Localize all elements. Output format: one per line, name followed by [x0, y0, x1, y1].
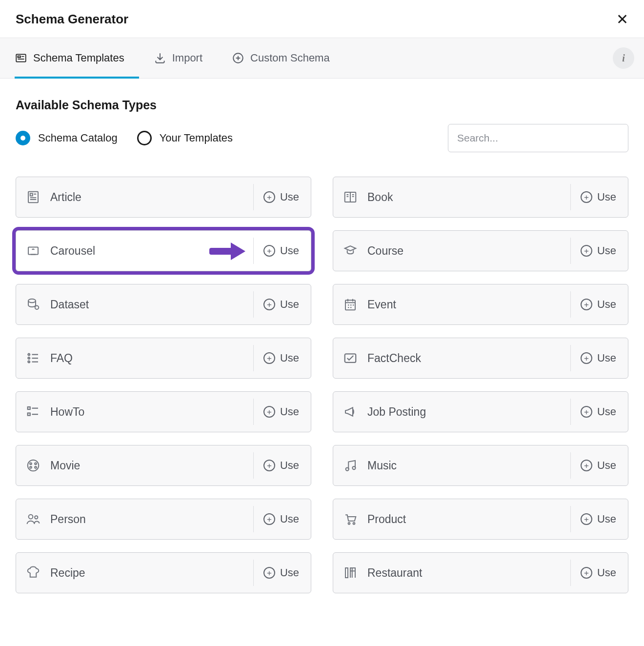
schema-card-recipe[interactable]: Recipe + Use — [16, 552, 311, 593]
use-label: Use — [597, 244, 616, 257]
schema-card-music[interactable]: Music + Use — [333, 445, 628, 486]
radio-label: Your Templates — [160, 132, 233, 144]
use-button[interactable]: + Use — [253, 452, 311, 479]
use-button[interactable]: + Use — [570, 345, 628, 371]
svg-point-11 — [28, 357, 30, 359]
use-button[interactable]: + Use — [570, 291, 628, 318]
schema-card-course[interactable]: Course + Use — [333, 230, 628, 271]
svg-rect-15 — [28, 413, 30, 416]
svg-point-20 — [35, 466, 37, 468]
use-button[interactable]: + Use — [570, 452, 628, 479]
use-button[interactable]: + Use — [570, 184, 628, 210]
tab-schema-templates[interactable]: Schema Templates — [0, 38, 139, 78]
use-button[interactable]: + Use — [570, 560, 628, 586]
faq-icon — [16, 351, 50, 365]
use-button[interactable]: + Use — [253, 506, 311, 532]
plus-circle-icon: + — [263, 460, 275, 471]
arrow-icon — [209, 242, 248, 259]
plus-circle-icon: + — [581, 352, 592, 364]
event-icon — [333, 297, 367, 312]
card-label: Recipe — [50, 566, 253, 580]
svg-point-22 — [352, 466, 355, 469]
course-icon — [333, 243, 367, 258]
info-button[interactable]: i — [613, 47, 634, 69]
use-button[interactable]: + Use — [570, 506, 628, 532]
use-label: Use — [280, 191, 299, 203]
restaurant-icon — [333, 565, 367, 580]
use-label: Use — [280, 298, 299, 311]
use-label: Use — [280, 459, 299, 472]
card-label: Course — [367, 244, 570, 258]
schema-card-person[interactable]: Person + Use — [16, 499, 311, 540]
movie-icon — [16, 458, 50, 473]
use-button[interactable]: + Use — [253, 345, 311, 371]
svg-rect-4 — [30, 194, 33, 196]
svg-rect-0 — [16, 54, 26, 61]
svg-point-18 — [35, 463, 37, 464]
schema-card-restaurant[interactable]: Restaurant + Use — [333, 552, 628, 593]
schema-card-article[interactable]: Article + Use — [16, 177, 311, 218]
radio-icon — [16, 131, 30, 145]
schema-card-factcheck[interactable]: FactCheck + Use — [333, 338, 628, 379]
svg-point-25 — [348, 523, 350, 525]
svg-rect-6 — [28, 247, 38, 255]
template-icon — [15, 52, 27, 64]
tab-label: Custom Schema — [250, 52, 330, 64]
card-label: Carousel — [50, 244, 95, 258]
use-button[interactable]: + Use — [253, 291, 311, 318]
tab-label: Schema Templates — [33, 52, 124, 64]
schema-card-book[interactable]: Book + Use — [333, 177, 628, 218]
dataset-icon — [16, 297, 50, 312]
schema-card-product[interactable]: Product + Use — [333, 499, 628, 540]
tab-import[interactable]: Import — [139, 38, 217, 78]
use-button[interactable]: + Use — [253, 238, 311, 264]
highlight-arrow — [95, 242, 253, 259]
svg-rect-1 — [18, 56, 20, 58]
tab-custom-schema[interactable]: Custom Schema — [217, 38, 344, 78]
info-icon: i — [622, 53, 625, 64]
factcheck-icon — [333, 351, 367, 365]
radio-label: Schema Catalog — [38, 132, 118, 144]
schema-card-carousel[interactable]: Carousel + Use — [16, 230, 311, 271]
schema-card-movie[interactable]: Movie + Use — [16, 445, 311, 486]
radio-icon — [137, 131, 152, 145]
book-icon — [333, 190, 367, 204]
card-label: HowTo — [50, 405, 253, 419]
svg-rect-14 — [28, 407, 30, 409]
plus-circle-icon: + — [581, 460, 592, 471]
tab-label: Import — [172, 52, 202, 64]
schema-grid: Article + Use Book + Use Carousel — [16, 177, 628, 593]
use-label: Use — [597, 298, 616, 311]
use-button[interactable]: + Use — [253, 399, 311, 425]
svg-point-16 — [28, 460, 39, 471]
howto-icon — [16, 404, 50, 419]
svg-point-24 — [35, 516, 38, 519]
schema-card-howto[interactable]: HowTo + Use — [16, 391, 311, 432]
schema-card-event[interactable]: Event + Use — [333, 284, 628, 325]
card-label: FAQ — [50, 352, 253, 365]
use-label: Use — [280, 352, 299, 364]
card-label: Article — [50, 191, 253, 204]
svg-point-26 — [353, 523, 355, 525]
search-box — [448, 124, 628, 152]
use-button[interactable]: + Use — [253, 560, 311, 586]
use-button[interactable]: + Use — [570, 238, 628, 264]
import-icon — [154, 52, 166, 64]
card-label: Music — [367, 459, 570, 472]
schema-card-faq[interactable]: FAQ + Use — [16, 338, 311, 379]
close-button[interactable]: ✕ — [616, 12, 628, 27]
radio-schema-catalog[interactable]: Schema Catalog — [16, 131, 118, 145]
use-button[interactable]: + Use — [570, 399, 628, 425]
schema-card-dataset[interactable]: Dataset + Use — [16, 284, 311, 325]
radio-your-templates[interactable]: Your Templates — [137, 131, 233, 145]
plus-circle-icon — [232, 52, 244, 64]
search-input[interactable] — [448, 124, 628, 152]
card-label: Job Posting — [367, 405, 570, 419]
svg-point-7 — [28, 299, 36, 303]
plus-circle-icon: + — [263, 245, 275, 257]
schema-card-jobposting[interactable]: Job Posting + Use — [333, 391, 628, 432]
svg-point-12 — [28, 361, 30, 363]
plus-circle-icon: + — [263, 567, 275, 579]
card-label: Restaurant — [367, 566, 570, 580]
use-button[interactable]: + Use — [253, 184, 311, 210]
